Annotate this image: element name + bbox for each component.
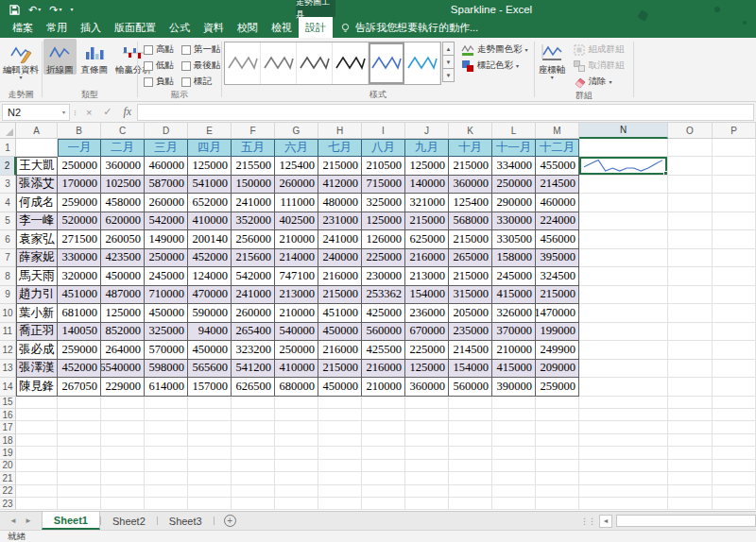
cell-P9[interactable]: [713, 286, 756, 305]
cell-P6[interactable]: [713, 230, 756, 249]
cell-L7[interactable]: 158000: [492, 249, 536, 268]
cell-E7[interactable]: 452000: [188, 249, 232, 268]
qat-customize-icon[interactable]: ▾: [70, 3, 73, 16]
cell-I8[interactable]: 230000: [362, 267, 405, 286]
cell-P11[interactable]: [713, 323, 756, 342]
cell-K10[interactable]: 205000: [449, 304, 492, 323]
save-icon[interactable]: [9, 5, 20, 15]
cell-O7[interactable]: [668, 249, 713, 268]
cell-P12[interactable]: [713, 341, 756, 360]
cell-M1[interactable]: 十二月: [536, 139, 579, 157]
cell-K11[interactable]: 235000: [449, 323, 492, 342]
cell-E3[interactable]: 541000: [188, 176, 232, 195]
cell-D2[interactable]: 460000: [145, 157, 188, 176]
cell-A8[interactable]: 馬天雨: [16, 267, 58, 286]
group-button[interactable]: 組成群組: [570, 42, 627, 58]
cell-L16[interactable]: [492, 409, 536, 421]
cell-K3[interactable]: 360000: [449, 176, 492, 195]
cell-C16[interactable]: [101, 409, 145, 421]
gallery-scroll-down-icon[interactable]: ▼: [442, 55, 455, 69]
column-header-M[interactable]: M: [536, 123, 579, 139]
cell-I5[interactable]: 125000: [362, 212, 405, 231]
row-header-13[interactable]: 13: [0, 360, 16, 379]
cell-M3[interactable]: 214500: [536, 176, 579, 195]
cell-E16[interactable]: [188, 409, 232, 421]
cell-I6[interactable]: 126000: [362, 230, 405, 249]
cell-F15[interactable]: [232, 397, 275, 409]
cell-D6[interactable]: 149000: [145, 230, 188, 249]
cell-A23[interactable]: [16, 498, 58, 510]
cell-K18[interactable]: [449, 434, 492, 447]
cell-A14[interactable]: 陳見鋒: [16, 378, 58, 397]
cell-A6[interactable]: 袁家弘: [16, 230, 58, 249]
cell-O17[interactable]: [668, 421, 713, 433]
cell-N2[interactable]: [579, 157, 668, 176]
column-header-C[interactable]: C: [101, 123, 145, 139]
cell-N22[interactable]: [579, 485, 668, 498]
tab-design[interactable]: 設計: [299, 17, 333, 38]
cell-N16[interactable]: [579, 409, 668, 421]
cell-L11[interactable]: 370000: [492, 323, 536, 342]
tab-home[interactable]: 常用: [40, 17, 74, 38]
cell-N12[interactable]: [579, 341, 668, 360]
tab-insert[interactable]: 插入: [74, 17, 108, 38]
undo-button[interactable]: ↶▾: [28, 3, 41, 16]
cell-F1[interactable]: 五月: [232, 139, 275, 157]
cell-A2[interactable]: 王大凱: [16, 157, 58, 176]
cell-M7[interactable]: 395000: [536, 249, 579, 268]
cell-P21[interactable]: [713, 472, 756, 484]
cell-K1[interactable]: 十月: [449, 139, 492, 157]
checkbox-box[interactable]: [181, 61, 191, 71]
cell-B23[interactable]: [58, 498, 101, 510]
new-sheet-button[interactable]: +: [224, 515, 236, 527]
cell-O23[interactable]: [668, 498, 713, 510]
cell-G23[interactable]: [275, 498, 318, 510]
row-header-2[interactable]: 2: [0, 157, 16, 176]
cell-N8[interactable]: [579, 267, 668, 286]
cell-I12[interactable]: 425500: [362, 341, 405, 360]
cell-K6[interactable]: 215000: [449, 230, 492, 249]
cell-K21[interactable]: [449, 472, 492, 484]
cell-C10[interactable]: 125000: [101, 304, 145, 323]
cell-B17[interactable]: [58, 421, 101, 433]
cell-D1[interactable]: 三月: [145, 139, 188, 157]
cell-F17[interactable]: [232, 421, 275, 433]
cell-O6[interactable]: [668, 230, 713, 249]
cell-I16[interactable]: [362, 409, 405, 421]
cell-P3[interactable]: [713, 176, 756, 195]
cell-G4[interactable]: 111000: [275, 194, 318, 212]
cell-N20[interactable]: [579, 460, 668, 472]
cell-L15[interactable]: [492, 397, 536, 409]
scrollbar-track[interactable]: [616, 515, 756, 527]
cell-E21[interactable]: [188, 472, 232, 484]
checkbox-box[interactable]: [144, 45, 153, 55]
cell-I18[interactable]: [362, 434, 405, 447]
cell-K14[interactable]: 560000: [449, 378, 492, 397]
cell-J10[interactable]: 236000: [405, 304, 449, 323]
cell-D9[interactable]: 710000: [145, 286, 188, 305]
tab-data[interactable]: 資料: [197, 17, 231, 38]
cell-C1[interactable]: 二月: [101, 139, 145, 157]
cell-J8[interactable]: 213000: [405, 267, 449, 286]
cell-C14[interactable]: 229000: [101, 378, 145, 397]
checkbox-first-point[interactable]: 第一點: [181, 42, 221, 57]
cell-C23[interactable]: [101, 498, 145, 510]
cell-A11[interactable]: 喬正羽: [16, 323, 58, 342]
cell-C22[interactable]: [101, 485, 145, 498]
column-header-G[interactable]: G: [275, 123, 318, 139]
cell-P1[interactable]: [713, 139, 756, 157]
cell-L23[interactable]: [492, 498, 536, 510]
cell-L12[interactable]: 210000: [492, 341, 536, 360]
cell-N10[interactable]: [579, 304, 668, 323]
cell-L22[interactable]: [492, 485, 536, 498]
cell-O8[interactable]: [668, 267, 713, 286]
column-header-F[interactable]: F: [232, 123, 275, 139]
cell-P13[interactable]: [713, 360, 756, 379]
cell-P10[interactable]: [713, 304, 756, 323]
cell-C18[interactable]: [101, 434, 145, 447]
cell-J15[interactable]: [405, 397, 449, 409]
cell-N11[interactable]: [579, 323, 668, 342]
cell-H20[interactable]: [318, 460, 362, 472]
cell-H22[interactable]: [318, 485, 362, 498]
row-header-8[interactable]: 8: [0, 267, 16, 286]
